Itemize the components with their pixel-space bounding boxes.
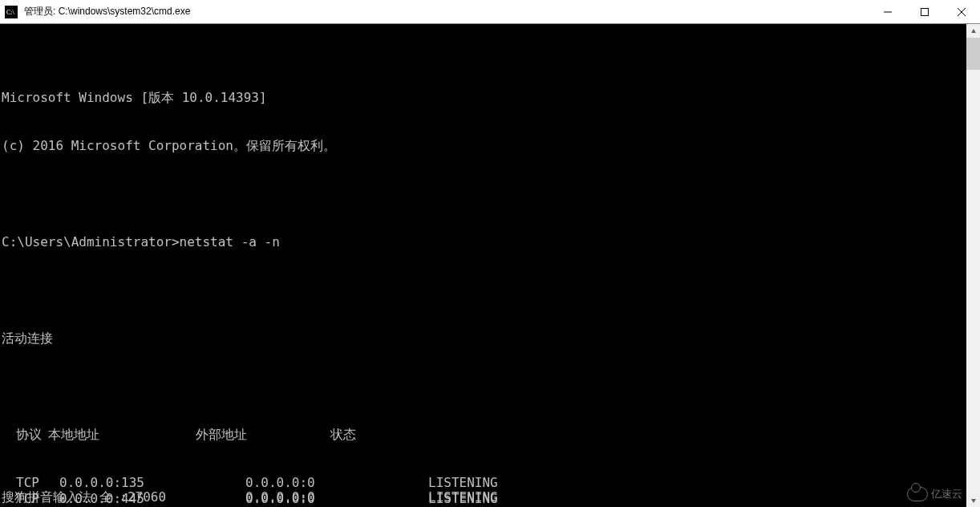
blank-line (2, 282, 978, 298)
svg-text:C:\: C:\ (6, 9, 15, 16)
blank-line (2, 379, 978, 395)
banner-line: (c) 2016 Microsoft Corporation。保留所有权利。 (2, 138, 978, 154)
cell-state: LISTENING (428, 475, 498, 491)
scrollbar-track[interactable] (966, 38, 980, 493)
console-area[interactable]: Microsoft Windows [版本 10.0.14393] (c) 20… (0, 24, 980, 507)
window-title: 管理员: C:\windows\system32\cmd.exe (22, 5, 869, 18)
blank-line (2, 186, 978, 202)
cell-state: LISTENING (428, 489, 498, 505)
banner-line: Microsoft Windows [版本 10.0.14393] (2, 90, 978, 106)
cell-local: 0.0.0.0:135 (59, 475, 245, 491)
header-local: 本地地址 (48, 427, 196, 443)
prompt: C:\Users\Administrator> (2, 234, 180, 250)
cell-proto: TCP (2, 475, 59, 491)
header-foreign: 外部地址 (196, 427, 330, 443)
scroll-down-button[interactable] (966, 493, 980, 507)
svg-marker-7 (971, 499, 976, 503)
maximize-button[interactable] (906, 0, 943, 23)
ime-status-line: 搜狗拼音输入法 全 :270600.0.0.0:0LISTENING (2, 489, 498, 505)
section-title: 活动连接 (2, 331, 978, 347)
watermark-text: 亿速云 (931, 486, 962, 502)
prompt-line: C:\Users\Administrator>netstat -a -n (2, 234, 978, 250)
cell-foreign: 0.0.0.0:0 (245, 489, 428, 505)
header-proto: 协议 (2, 427, 48, 443)
window-titlebar: C:\ 管理员: C:\windows\system32\cmd.exe (0, 0, 980, 24)
cell-foreign: 0.0.0.0:0 (245, 475, 428, 491)
minimize-button[interactable] (869, 0, 906, 23)
ime-text: 搜狗拼音输入法 全 :27060 (2, 489, 245, 505)
netstat-header: 协议本地地址外部地址状态 (2, 427, 978, 443)
scrollbar-thumb[interactable] (966, 38, 980, 70)
vertical-scrollbar[interactable] (966, 24, 980, 507)
svg-rect-3 (921, 8, 929, 15)
svg-marker-6 (971, 29, 976, 33)
watermark: 亿速云 (907, 486, 962, 502)
cloud-icon (907, 487, 928, 501)
cmd-icon: C:\ (5, 6, 18, 18)
scroll-up-button[interactable] (966, 24, 980, 38)
header-state: 状态 (330, 427, 356, 443)
close-button[interactable] (943, 0, 980, 23)
command-text: netstat -a -n (180, 234, 280, 250)
netstat-row: TCP0.0.0.0:1350.0.0.0:0LISTENING (2, 475, 978, 491)
